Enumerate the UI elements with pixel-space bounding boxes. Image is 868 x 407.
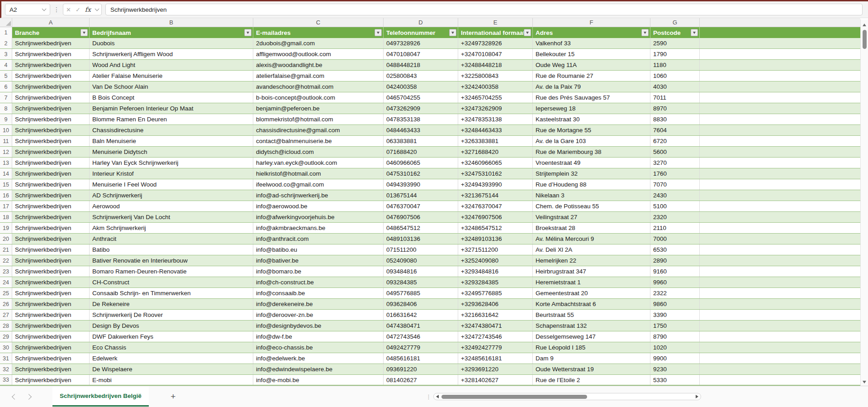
cell-emailadres[interactable]: alexis@woodandlight.be bbox=[253, 60, 384, 70]
cell-branche[interactable]: Schrijnwerkbedrijven bbox=[12, 375, 90, 385]
cell-adres[interactable]: Broekstraat 28 bbox=[533, 223, 650, 233]
horizontal-scroll-thumb[interactable] bbox=[441, 395, 587, 399]
cell-adres[interactable]: Oude Weg 11A bbox=[533, 60, 650, 70]
cell-branche[interactable]: Schrijnwerkbedrijven bbox=[12, 255, 90, 266]
cell-bedrijfsnaam[interactable]: Bomaro Ramen-Deuren-Renovatie bbox=[90, 266, 253, 277]
header-cell[interactable]: Telefoonnummer bbox=[384, 27, 458, 38]
cell-emailadres[interactable]: info@edwindewispelaere.be bbox=[253, 364, 384, 374]
row-number[interactable]: 22 bbox=[0, 255, 12, 266]
cell-adres[interactable]: Korte Ambachtstraat 6 bbox=[533, 299, 650, 309]
cell-postcode[interactable]: 2110 bbox=[650, 223, 700, 233]
cell-internationaal-formaat[interactable]: +32484463433 bbox=[458, 125, 533, 135]
cell-branche[interactable]: Schrijnwerkbedrijven bbox=[12, 114, 90, 124]
cell-branche[interactable]: Schrijnwerkbedrijven bbox=[12, 81, 90, 92]
formula-bar-input[interactable]: Schrijnwerkbedrijven bbox=[105, 4, 863, 15]
cell-bedrijfsnaam[interactable]: Design By Devos bbox=[90, 321, 253, 331]
cell-telefoonnummer[interactable]: 0475310162 bbox=[384, 168, 458, 179]
cell-telefoonnummer[interactable]: 0476907506 bbox=[384, 212, 458, 222]
cell-bedrijfsnaam[interactable]: Chassisdirectusine bbox=[90, 125, 253, 135]
filter-button[interactable] bbox=[524, 29, 531, 36]
cell-bedrijfsnaam[interactable]: De Wispelaere bbox=[90, 364, 253, 374]
column-letter[interactable]: D bbox=[384, 18, 458, 27]
cell-bedrijfsnaam[interactable]: Harley Van Eyck Schrijnwerkerij bbox=[90, 158, 253, 168]
scroll-right-icon[interactable] bbox=[696, 395, 698, 398]
cell-postcode[interactable]: 7011 bbox=[650, 92, 700, 103]
row-number[interactable]: 9 bbox=[0, 114, 12, 124]
cell-adres[interactable]: Kasteelstraat 30 bbox=[533, 114, 650, 124]
row-number[interactable]: 30 bbox=[0, 342, 12, 353]
header-cell[interactable]: E-mailadres bbox=[253, 27, 384, 38]
cell-adres[interactable]: Heirbrugstraat 347 bbox=[533, 266, 650, 277]
header-cell[interactable]: Branche bbox=[12, 27, 90, 38]
cell-adres[interactable]: Rue de Roumanie 27 bbox=[533, 71, 650, 81]
cell-branche[interactable]: Schrijnwerkbedrijven bbox=[12, 234, 90, 244]
cell-adres[interactable]: Chem. de Potisseau 55 bbox=[533, 201, 650, 211]
row-number[interactable]: 24 bbox=[0, 277, 12, 287]
column-letter[interactable]: F bbox=[533, 18, 650, 27]
cell-emailadres[interactable]: info@consaaib.be bbox=[253, 288, 384, 298]
cell-postcode[interactable]: 8790 bbox=[650, 331, 700, 342]
name-box[interactable]: A2 bbox=[5, 4, 50, 15]
scroll-down-icon[interactable] bbox=[863, 381, 866, 383]
cell-emailadres[interactable]: hielkristof@hotmail.com bbox=[253, 168, 384, 179]
row-number[interactable]: 25 bbox=[0, 288, 12, 298]
cell-emailadres[interactable]: info@e-mobi.be bbox=[253, 375, 384, 385]
cell-emailadres[interactable]: benjamin@peferoen.be bbox=[253, 103, 384, 114]
row-number[interactable]: 14 bbox=[0, 168, 12, 179]
filter-button[interactable] bbox=[641, 29, 649, 36]
cell-bedrijfsnaam[interactable]: Baln Menuiserie bbox=[90, 136, 253, 146]
cell-branche[interactable]: Schrijnwerkbedrijven bbox=[12, 212, 90, 222]
cell-adres[interactable]: Valkenhof 33 bbox=[533, 38, 650, 48]
cell-internationaal-formaat[interactable]: +32474380471 bbox=[458, 321, 533, 331]
cell-emailadres[interactable]: info@anthracit.com bbox=[253, 234, 384, 244]
cell-postcode[interactable]: 8830 bbox=[650, 114, 700, 124]
cell-branche[interactable]: Schrijnwerkbedrijven bbox=[12, 310, 90, 320]
column-letter[interactable]: B bbox=[90, 18, 253, 27]
cell-telefoonnummer[interactable]: 093284385 bbox=[384, 277, 458, 287]
cell-bedrijfsnaam[interactable]: Menuiserie I Feel Wood bbox=[90, 179, 253, 190]
cell-internationaal-formaat[interactable]: +3242400358 bbox=[458, 81, 533, 92]
cell-bedrijfsnaam[interactable]: De Rekeneire bbox=[90, 299, 253, 309]
row-number[interactable]: 21 bbox=[0, 244, 12, 255]
cell-telefoonnummer[interactable]: 081402627 bbox=[384, 375, 458, 385]
next-sheet-icon[interactable] bbox=[26, 394, 32, 400]
cell-telefoonnummer[interactable]: 093691220 bbox=[384, 364, 458, 374]
cell-internationaal-formaat[interactable]: +32492427779 bbox=[458, 342, 533, 353]
cell-internationaal-formaat[interactable]: +32489103136 bbox=[458, 234, 533, 244]
cell-bedrijfsnaam[interactable]: Schrijnwerkerij Affligem Wood bbox=[90, 49, 253, 59]
tab-splitter-icon[interactable]: ⋮ bbox=[426, 393, 432, 400]
cell-postcode[interactable]: 5600 bbox=[650, 147, 700, 157]
cell-branche[interactable]: Schrijnwerkbedrijven bbox=[12, 92, 90, 103]
header-cell[interactable]: Adres bbox=[533, 27, 650, 38]
cell-postcode[interactable]: 9960 bbox=[650, 277, 700, 287]
cell-internationaal-formaat[interactable]: +3216631642 bbox=[458, 310, 533, 320]
horizontal-scrollbar[interactable] bbox=[433, 393, 701, 400]
cell-adres[interactable]: Vroentestraat 49 bbox=[533, 158, 650, 168]
cell-postcode[interactable]: 9860 bbox=[650, 299, 700, 309]
cell-adres[interactable]: Nikelaan 3 bbox=[533, 190, 650, 201]
cell-adres[interactable]: Hemelrijken 22 bbox=[533, 255, 650, 266]
cell-bedrijfsnaam[interactable]: B Bois Concept bbox=[90, 92, 253, 103]
cell-emailadres[interactable]: info@batibo.eu bbox=[253, 244, 384, 255]
cell-telefoonnummer[interactable]: 0476370047 bbox=[384, 201, 458, 211]
cell-telefoonnummer[interactable]: 0495776885 bbox=[384, 288, 458, 298]
cell-adres[interactable]: Desselgemseweg 147 bbox=[533, 331, 650, 342]
cell-branche[interactable]: Schrijnwerkbedrijven bbox=[12, 147, 90, 157]
filter-button[interactable] bbox=[375, 29, 382, 36]
column-letter[interactable]: C bbox=[253, 18, 384, 27]
cell-telefoonnummer[interactable]: 0489103136 bbox=[384, 234, 458, 244]
cell-branche[interactable]: Schrijnwerkbedrijven bbox=[12, 190, 90, 201]
cell-bedrijfsnaam[interactable]: Duobois bbox=[90, 38, 253, 48]
row-number[interactable]: 18 bbox=[0, 212, 12, 222]
header-cell[interactable]: Bedrijfsnaam bbox=[90, 27, 253, 38]
cell-postcode[interactable]: 5100 bbox=[650, 201, 700, 211]
cell-postcode[interactable]: 9230 bbox=[650, 364, 700, 374]
cell-postcode[interactable]: 5330 bbox=[650, 375, 700, 385]
cell-branche[interactable]: Schrijnwerkbedrijven bbox=[12, 60, 90, 70]
cell-emailadres[interactable]: harley.van.eyck@outlook.com bbox=[253, 158, 384, 168]
scroll-up-icon[interactable] bbox=[863, 24, 866, 26]
cell-postcode[interactable]: 4030 bbox=[650, 81, 700, 92]
cell-internationaal-formaat[interactable]: +32485616181 bbox=[458, 353, 533, 364]
cell-adres[interactable]: Strijtemplein 32 bbox=[533, 168, 650, 179]
cell-branche[interactable]: Schrijnwerkbedrijven bbox=[12, 103, 90, 114]
